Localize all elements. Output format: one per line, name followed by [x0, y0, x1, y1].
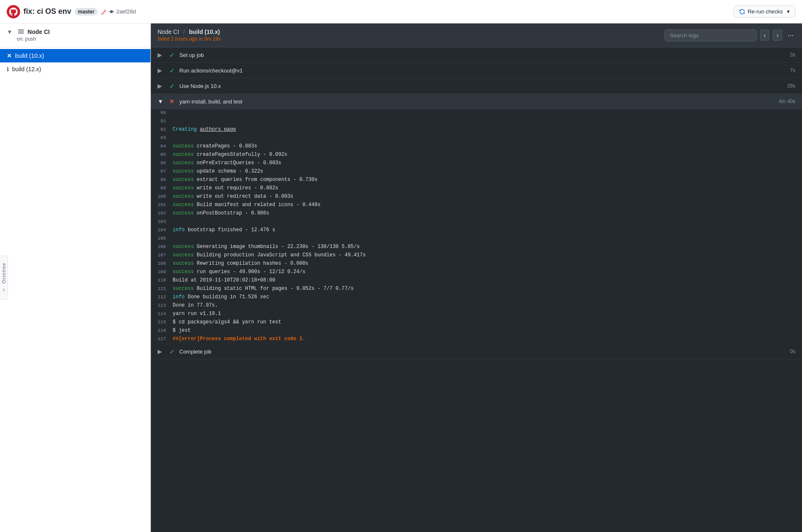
log-line-content: success update schema - 0.322s	[173, 168, 802, 174]
log-line-number: 111	[151, 286, 173, 291]
log-line-content: success Build manifest and related icons…	[173, 202, 802, 208]
log-line-content: success run queries - 49.900s - 12/12 0.…	[173, 269, 802, 275]
log-line: 94success createPages - 0.883s	[151, 143, 802, 151]
step-duration-complete: 0s	[790, 349, 795, 354]
log-line-content: ##[error]Process completed with exit cod…	[173, 336, 802, 342]
log-line: 95success createPagesStatefully - 0.092s	[151, 151, 802, 160]
search-logs-input[interactable]	[665, 29, 757, 41]
job-item-build-10x[interactable]: ✕ build (10.x)	[0, 49, 150, 62]
top-header: fix: ci OS env master 2aef28d Re-run che…	[0, 0, 802, 23]
log-line-content: Done in 77.97s.	[173, 302, 802, 308]
breadcrumb-job: build (10.x)	[189, 28, 220, 35]
step-row-complete[interactable]: ▶ ✓ Complete job 0s	[151, 344, 802, 359]
step-duration-yarn: 4m 40s	[779, 98, 795, 104]
job-list: ✕ build (10.x) ℹ build (12.x)	[0, 47, 150, 77]
log-line-number: 98	[151, 177, 173, 182]
log-line: 93	[151, 134, 802, 143]
commit-hash[interactable]: 2aef28d	[116, 8, 136, 15]
log-line-number: 102	[151, 210, 173, 216]
step-row-checkout[interactable]: ▶ ✓ Run actions/checkout@v1 7s	[151, 63, 802, 78]
step-expand-icon-complete: ▶	[158, 348, 164, 355]
log-line-content: Build at 2019-11-10T20:02:18+08:00	[173, 277, 802, 283]
rerun-label: Re-run checks	[748, 8, 783, 15]
log-line: 109success run queries - 49.900s - 12/12…	[151, 269, 802, 277]
log-line: 115$ cd packages/algs4 && yarn run test	[151, 319, 802, 327]
nav-next-button[interactable]: ›	[773, 30, 782, 41]
step-row-nodejs[interactable]: ▶ ✓ Use Node.js 10.x 29s	[151, 78, 802, 94]
log-line-number: 94	[151, 143, 173, 149]
log-line-number: 107	[151, 252, 173, 258]
log-line: 98success extract queries from component…	[151, 176, 802, 185]
rerun-button[interactable]: Re-run checks ▾	[734, 5, 795, 18]
log-line-number: 117	[151, 336, 173, 341]
log-line: 103	[151, 218, 802, 227]
log-line: 101success Build manifest and related ic…	[151, 201, 802, 210]
step-duration-nodejs: 29s	[787, 83, 795, 89]
log-line-number: 100	[151, 194, 173, 199]
step-row-setup[interactable]: ▶ ✓ Set up job 3s	[151, 47, 802, 63]
log-line-number: 99	[151, 185, 173, 191]
job-x-icon: ✕	[7, 52, 12, 59]
log-line-number: 109	[151, 269, 173, 274]
log-line: 114yarn run v1.19.1	[151, 310, 802, 319]
log-line-content: info Done building in 71.526 sec	[173, 294, 802, 300]
rerun-chevron: ▾	[787, 8, 790, 15]
octotree-panel[interactable]: Octotree ›	[0, 256, 8, 300]
commit-ref: 2aef28d	[101, 8, 136, 15]
log-line-number: 101	[151, 202, 173, 207]
step-name-nodejs: Use Node.js 10.x	[179, 83, 784, 89]
step-expand-icon-nodejs: ▶	[158, 83, 164, 89]
log-line-content: $ cd packages/algs4 && yarn run test	[173, 319, 802, 325]
step-duration-setup: 3s	[790, 52, 795, 58]
sidebar: ▼ Node CI on: push ✕ build (10.x) ℹ buil…	[0, 23, 151, 532]
log-line-content: success extract queries from components …	[173, 177, 802, 183]
log-line: 117##[error]Process completed with exit …	[151, 336, 802, 344]
workflow-expand-icon[interactable]: ▼	[7, 28, 13, 35]
step-check-icon-complete: ✓	[168, 347, 176, 356]
job-name-10x: build (10.x)	[15, 52, 44, 59]
step-check-icon-nodejs: ✓	[168, 82, 176, 90]
breadcrumb-separator: /	[183, 28, 185, 35]
log-line-number: 91	[151, 118, 173, 124]
steps-container: ▶ ✓ Set up job 3s ▶ ✓ Run actions/checko…	[151, 47, 802, 532]
step-check-icon-checkout: ✓	[168, 66, 176, 75]
log-line-content: success onPostBootstrap - 0.986s	[173, 210, 802, 216]
more-options-button[interactable]: ···	[786, 29, 795, 41]
log-line: 102success onPostBootstrap - 0.986s	[151, 210, 802, 218]
github-logo	[7, 5, 20, 18]
log-line-content: success write out redirect data - 0.003s	[173, 194, 802, 199]
log-line-content: success onPreExtractQueries - 0.003s	[173, 160, 802, 166]
step-name-checkout: Run actions/checkout@v1	[179, 67, 786, 74]
log-line: 107success Building production JavaScrip…	[151, 252, 802, 260]
job-name-12x: build (12.x)	[12, 66, 41, 72]
workflow-header: ▼ Node CI	[7, 28, 144, 35]
step-name-complete: Complete job	[179, 349, 786, 355]
job-status-text: failed 2 hours ago in 5m 19s	[158, 36, 221, 42]
workflow-icon	[18, 28, 24, 35]
log-line-content: success write out requires - 0.082s	[173, 185, 802, 191]
log-line-number: 112	[151, 294, 173, 300]
log-line-content: yarn run v1.19.1	[173, 311, 802, 317]
log-line: 111success Building static HTML for page…	[151, 285, 802, 294]
job-header-info: Node CI / build (10.x) failed 2 hours ag…	[158, 28, 221, 42]
log-line-content: success Building static HTML for pages -…	[173, 286, 802, 292]
log-line: 105	[151, 235, 802, 243]
log-line: 104info bootstrap finished - 12.476 s	[151, 227, 802, 235]
job-item-build-12x[interactable]: ℹ build (12.x)	[0, 62, 150, 76]
log-line-number: 115	[151, 319, 173, 325]
branch-badge[interactable]: master	[75, 8, 98, 15]
log-line: 99success write out requires - 0.082s	[151, 185, 802, 193]
log-line-number: 92	[151, 127, 173, 132]
log-line-content: $ jest	[173, 328, 802, 333]
job-info-icon: ℹ	[7, 66, 9, 72]
step-name-yarn: yarn install, build, and test	[179, 98, 776, 105]
log-line-number: 97	[151, 168, 173, 174]
job-header: Node CI / build (10.x) failed 2 hours ag…	[151, 23, 802, 47]
step-expand-icon-checkout: ▶	[158, 67, 164, 74]
log-line-content: success Generating image thumbnails - 22…	[173, 244, 802, 250]
nav-prev-button[interactable]: ‹	[760, 30, 770, 41]
log-line: 100success write out redirect data - 0.0…	[151, 193, 802, 201]
log-line-number: 108	[151, 261, 173, 266]
breadcrumb-workflow: Node CI	[158, 28, 179, 35]
step-row-yarn[interactable]: ▼ ✕ yarn install, build, and test 4m 40s	[151, 94, 802, 109]
